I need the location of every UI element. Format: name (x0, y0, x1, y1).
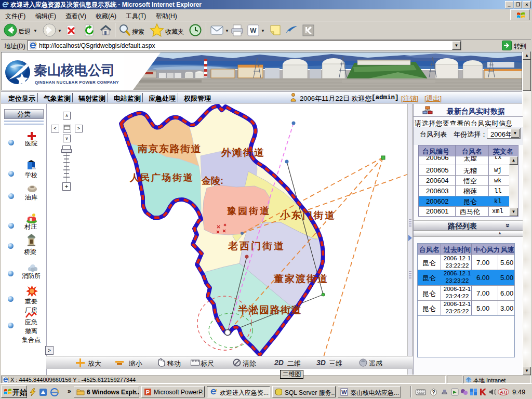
svg-text:外滩街道: 外滩街道 (221, 147, 265, 158)
svg-text:董家渡街道: 董家渡街道 (273, 273, 328, 284)
svg-text:P: P (146, 389, 150, 395)
svg-text:W: W (250, 26, 257, 34)
svg-text:老西门街道: 老西门街道 (228, 241, 285, 251)
svg-text:南京东路街道: 南京东路街道 (137, 143, 202, 154)
svg-text:人民广场街道: 人民广场街道 (129, 172, 194, 183)
svg-text:W: W (341, 389, 347, 395)
svg-text:豫园街道: 豫园街道 (227, 206, 271, 216)
svg-text:金陵:: 金陵: (201, 176, 223, 186)
svg-text:ATI: ATI (499, 390, 507, 395)
svg-text:小东门街道: 小东门街道 (280, 210, 336, 221)
svg-text:?: ? (432, 390, 435, 395)
svg-text:半淞园路街道: 半淞园路街道 (237, 304, 302, 315)
